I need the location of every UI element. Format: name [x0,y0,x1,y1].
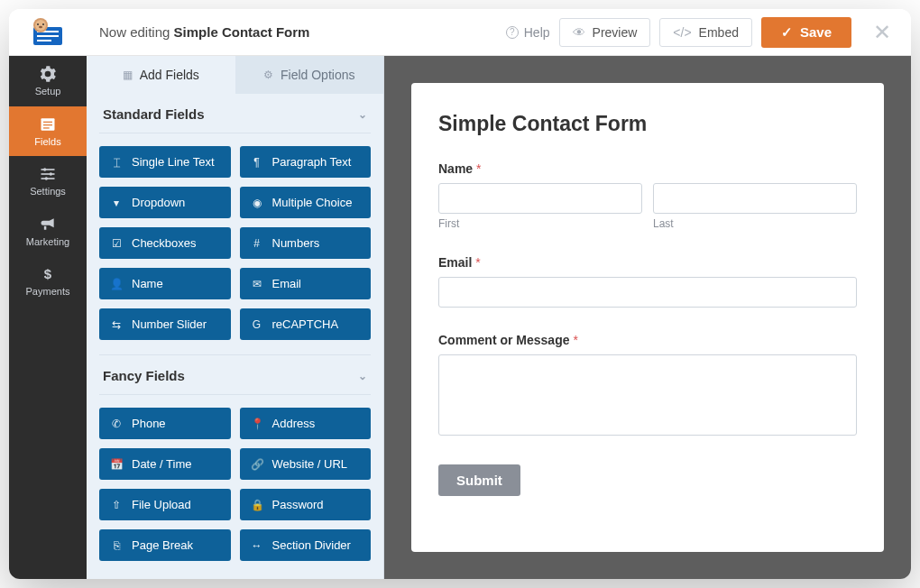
form-card: Simple Contact Form Name * First Last Em… [411,83,884,552]
options-icon: ⚙ [263,69,273,81]
name-label: Name * [438,161,857,176]
text-icon: ⌶ [110,156,123,169]
nav-setup[interactable]: Setup [9,56,87,106]
embed-button[interactable]: </>Embed [659,18,752,47]
submit-button[interactable]: Submit [438,464,520,496]
svg-point-16 [50,173,52,176]
standard-grid: ⌶Single Line Text¶Paragraph Text▾Dropdow… [99,146,371,354]
field-page-break[interactable]: ⎘Page Break [99,529,231,561]
required-marker: * [475,255,480,270]
slider-icon: ⇆ [110,318,123,331]
pagebreak-icon: ⎘ [110,539,123,552]
svg-rect-11 [43,124,52,125]
field-number-slider[interactable]: ⇆Number Slider [99,308,231,340]
editing-prefix: Now editing [99,24,174,40]
svg-point-5 [35,20,46,31]
svg-rect-12 [43,127,50,128]
nav-marketing[interactable]: Marketing [9,207,87,257]
upload-icon: ⇧ [110,499,123,511]
tab-field-options[interactable]: ⚙Field Options [235,56,384,94]
svg-point-14 [43,169,46,171]
help-link[interactable]: ?Help [506,25,550,40]
google-icon: G [251,318,263,331]
close-button[interactable]: ✕ [866,20,898,45]
eye-icon: 👁 [573,25,585,40]
field-multiple-choice[interactable]: ◉Multiple Choice [240,187,372,218]
app-window: Now editing Simple Contact Form ?Help 👁P… [9,9,911,579]
field-email[interactable]: ✉Email [240,268,372,299]
grid-icon: ▦ [123,69,133,81]
body: Setup Fields Settings Marketing $ Paymen… [9,56,911,579]
field-single-line-text[interactable]: ⌶Single Line Text [99,146,231,178]
panel-tabs: ▦Add Fields ⚙Field Options [87,56,383,94]
svg-point-8 [39,25,42,27]
first-name-input[interactable] [438,183,642,214]
check-icon: ✓ [781,24,793,41]
nav-settings[interactable]: Settings [9,156,87,207]
required-marker: * [573,333,577,347]
form-name: Simple Contact Form [174,24,310,40]
fancy-grid: ✆Phone📍Address📅Date / Time🔗Website / URL… [99,408,371,575]
svg-point-18 [45,178,48,180]
dropdown-icon: ▾ [110,197,123,209]
megaphone-icon [39,216,57,234]
field-recaptcha[interactable]: GreCAPTCHA [240,308,372,340]
comment-textarea[interactable] [438,354,857,436]
svg-point-7 [42,23,44,25]
comment-field-group[interactable]: Comment or Message * [438,333,857,439]
field-address[interactable]: 📍Address [240,408,372,439]
checkbox-icon: ☑ [110,237,123,250]
svg-point-6 [37,23,39,25]
link-icon: 🔗 [251,458,263,471]
sliders-icon [39,165,57,183]
topbar-actions: ?Help 👁Preview </>Embed ✓Save ✕ [506,17,911,48]
field-password[interactable]: 🔒Password [240,489,372,520]
field-dropdown[interactable]: ▾Dropdown [99,187,231,218]
calendar-icon: 📅 [110,458,123,471]
radio-icon: ◉ [251,197,263,209]
svg-rect-13 [41,169,55,170]
field-numbers[interactable]: #Numbers [240,227,372,259]
section-fancy-fields[interactable]: Fancy Fields⌄ [99,354,371,395]
page-title: Now editing Simple Contact Form [87,24,309,40]
email-label: Email * [438,255,857,270]
field-section-divider[interactable]: ↔Section Divider [240,529,372,561]
field-checkboxes[interactable]: ☑Checkboxes [99,227,231,259]
field-paragraph-text[interactable]: ¶Paragraph Text [240,146,372,178]
help-icon: ? [506,26,519,39]
person-icon: 👤 [110,278,123,290]
preview-button[interactable]: 👁Preview [559,18,651,47]
lock-icon: 🔒 [251,499,263,511]
chevron-down-icon: ⌄ [358,108,367,121]
nav-payments[interactable]: $ Payments [9,256,87,307]
divider-icon: ↔ [251,539,263,552]
phone-icon: ✆ [110,418,123,430]
nav-fields[interactable]: Fields [9,106,87,157]
email-field-group[interactable]: Email * [438,255,857,308]
field-name[interactable]: 👤Name [99,268,231,299]
wpforms-logo [9,18,87,47]
email-icon: ✉ [251,278,263,290]
panel-scroll[interactable]: Standard Fields⌄ ⌶Single Line Text¶Parag… [87,94,383,579]
paragraph-icon: ¶ [251,156,263,169]
hash-icon: # [251,237,263,250]
save-button[interactable]: ✓Save [761,17,851,48]
fields-panel: ▦Add Fields ⚙Field Options Standard Fiel… [87,56,384,579]
svg-rect-3 [37,40,51,41]
svg-rect-2 [37,35,59,37]
last-sublabel: Last [653,217,857,230]
email-input[interactable] [438,277,857,308]
first-sublabel: First [438,217,642,230]
field-phone[interactable]: ✆Phone [99,408,231,439]
last-name-input[interactable] [653,183,857,214]
field-website-url[interactable]: 🔗Website / URL [240,448,372,480]
tab-add-fields[interactable]: ▦Add Fields [87,56,235,94]
form-title: Simple Contact Form [438,112,857,136]
field-file-upload[interactable]: ⇧File Upload [99,489,231,520]
comment-label: Comment or Message * [438,333,857,347]
dollar-icon: $ [39,265,57,283]
section-standard-fields[interactable]: Standard Fields⌄ [99,94,371,133]
topbar: Now editing Simple Contact Form ?Help 👁P… [9,9,911,56]
field-date-time[interactable]: 📅Date / Time [99,448,231,480]
name-field-group[interactable]: Name * First Last [438,161,857,230]
